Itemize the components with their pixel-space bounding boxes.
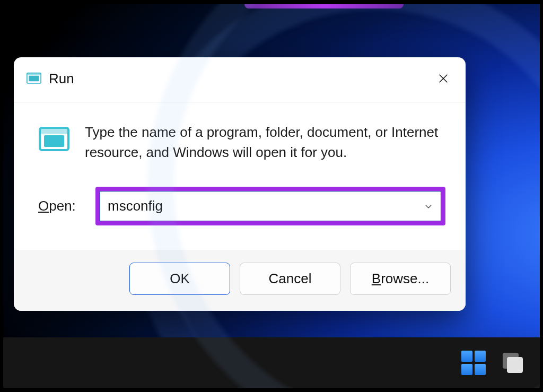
run-dialog: Run Type the name of a program, folder, … bbox=[14, 57, 466, 311]
browse-button[interactable]: Browse... bbox=[350, 263, 451, 295]
taskbar bbox=[3, 337, 540, 388]
input-highlight bbox=[95, 187, 445, 225]
svg-rect-4 bbox=[44, 135, 64, 147]
desktop-background: Run Type the name of a program, folder, … bbox=[3, 4, 540, 388]
chevron-down-icon bbox=[424, 202, 433, 211]
dialog-title: Run bbox=[49, 71, 432, 87]
cancel-button[interactable]: Cancel bbox=[240, 263, 340, 295]
combobox-dropdown-button[interactable] bbox=[415, 191, 441, 221]
svg-rect-1 bbox=[29, 76, 39, 82]
task-view-button[interactable] bbox=[501, 351, 525, 375]
svg-rect-5 bbox=[40, 128, 68, 134]
svg-rect-2 bbox=[27, 73, 41, 75]
windows-logo-icon bbox=[461, 351, 472, 362]
open-combobox[interactable] bbox=[100, 191, 441, 221]
task-view-icon bbox=[503, 353, 519, 369]
ok-button[interactable]: OK bbox=[129, 263, 230, 295]
start-button[interactable] bbox=[461, 351, 486, 375]
button-bar: OK Cancel Browse... bbox=[14, 250, 466, 311]
close-button[interactable] bbox=[432, 67, 455, 90]
open-label: Open: bbox=[38, 198, 95, 214]
open-input[interactable] bbox=[100, 191, 415, 221]
titlebar: Run bbox=[14, 57, 466, 102]
close-icon bbox=[437, 73, 449, 84]
top-accent-bar bbox=[244, 4, 404, 8]
run-app-icon bbox=[27, 71, 41, 86]
run-logo-icon bbox=[38, 124, 70, 155]
instruction-text: Type the name of a program, folder, docu… bbox=[85, 123, 449, 162]
dialog-body: Type the name of a program, folder, docu… bbox=[14, 102, 466, 231]
